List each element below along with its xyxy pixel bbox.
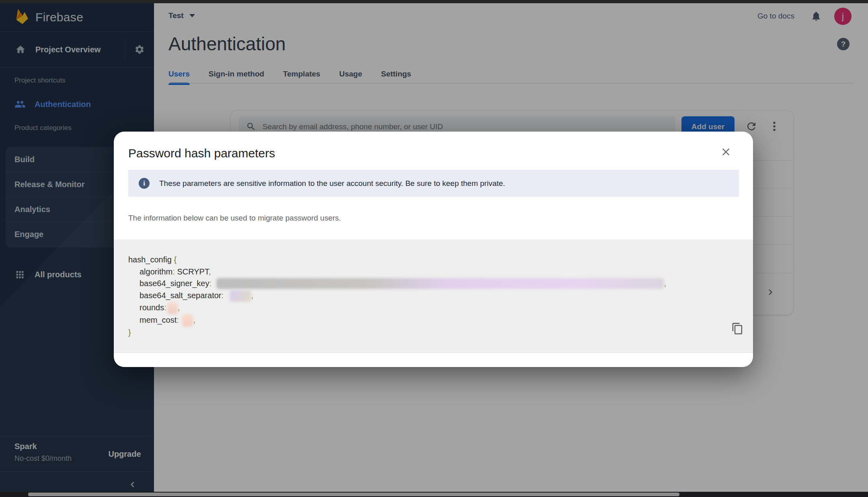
redacted-rounds: [167, 302, 178, 314]
code-line: rounds:,: [140, 302, 753, 314]
sensitive-info-banner: i These parameters are sensitive informa…: [128, 170, 739, 197]
close-dialog-button[interactable]: [717, 143, 735, 161]
firebase-console: Firebase Project Overview Project shortc…: [0, 0, 868, 497]
close-icon: [720, 146, 731, 157]
code-line: }: [128, 327, 753, 339]
code-line: mem_cost: ,: [140, 314, 753, 327]
dialog-description: The information below can be used to mig…: [128, 214, 341, 223]
dialog-title: Password hash parameters: [128, 146, 275, 160]
copy-icon: [731, 322, 744, 335]
code-line: hash_config {: [128, 254, 753, 266]
banner-text: These parameters are sensitive informati…: [159, 179, 505, 188]
redacted-signer-key: [216, 278, 664, 289]
horizontal-scrollbar: [0, 492, 868, 497]
hash-config-code-block: hash_config { algorithm: SCRYPT, base64_…: [114, 239, 753, 353]
code-line: base64_signer_key: ,: [140, 278, 753, 290]
scrollbar-thumb[interactable]: [28, 493, 679, 496]
info-icon: i: [139, 178, 150, 189]
code-line: algorithm: SCRYPT,: [140, 266, 753, 278]
password-hash-parameters-dialog: Password hash parameters i These paramet…: [114, 132, 753, 367]
redacted-mem-cost: [182, 314, 193, 327]
code-line: base64_salt_separator: ,: [140, 290, 753, 302]
copy-code-button[interactable]: [728, 319, 747, 338]
redacted-salt-separator: [230, 290, 251, 302]
